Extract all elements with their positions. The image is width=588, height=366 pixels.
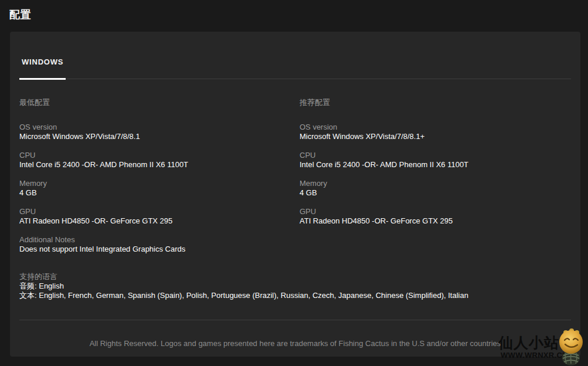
recommended-requirements-column: 推荐配置 OS version Microsoft Windows XP/Vis… [300, 98, 580, 263]
spec-value: Microsoft Windows XP/Vista/7/8/8.1+ [300, 132, 580, 141]
watermark-title: 仙人小站 [498, 333, 559, 353]
spec-label: Additional Notes [19, 235, 300, 245]
spec-value: Microsoft Windows XP/Vista/7/8/8.1 [19, 132, 300, 141]
spec-memory-min: Memory 4 GB [19, 179, 300, 198]
spec-value: 4 GB [300, 188, 580, 198]
spec-os-rec: OS version Microsoft Windows XP/Vista/7/… [300, 123, 580, 141]
recommended-heading: 推荐配置 [300, 98, 580, 107]
audio-languages: 音频: English [19, 282, 571, 291]
minimum-requirements-column: 最低配置 OS version Microsoft Windows XP/Vis… [19, 98, 300, 263]
spec-value: Intel Core i5 2400 -OR- AMD Phenom II X6… [19, 160, 300, 170]
spec-label: OS version [19, 123, 300, 132]
spec-label: CPU [19, 151, 300, 160]
footer-divider [19, 320, 571, 320]
platform-tabs: WINDOWS [19, 56, 571, 79]
spec-gpu-min: GPU ATI Radeon HD4850 -OR- GeForce GTX 2… [19, 207, 300, 226]
spec-gpu-rec: GPU ATI Radeon HD4850 -OR- GeForce GTX 2… [300, 207, 580, 226]
spec-value: Does not support Intel Integrated Graphi… [19, 245, 300, 254]
spec-additional-notes: Additional Notes Does not support Intel … [19, 235, 300, 254]
supported-languages-section: 支持的语言 音频: English 文本: English, French, G… [19, 272, 571, 300]
spec-value: ATI Radeon HD4850 -OR- GeForce GTX 295 [19, 216, 300, 226]
spec-label: GPU [19, 207, 300, 216]
spec-value: Intel Core i5 2400 -OR- AMD Phenom II X6… [300, 160, 580, 170]
spec-label: Memory [300, 179, 580, 188]
minimum-heading: 最低配置 [19, 98, 300, 107]
spec-cpu-rec: CPU Intel Core i5 2400 -OR- AMD Phenom I… [300, 151, 580, 170]
spec-value: 4 GB [19, 188, 300, 198]
spec-label: CPU [300, 151, 580, 160]
site-watermark: 仙人小站 WWW.WRNXR.CN [497, 327, 588, 366]
cactus-plush-icon [555, 328, 588, 366]
spec-value: ATI Radeon HD4850 -OR- GeForce GTX 295 [300, 216, 580, 226]
requirements-columns: 最低配置 OS version Microsoft Windows XP/Vis… [19, 98, 571, 263]
spec-os-min: OS version Microsoft Windows XP/Vista/7/… [19, 123, 300, 141]
languages-heading: 支持的语言 [19, 272, 571, 282]
spec-label: OS version [300, 123, 580, 132]
copyright-text: All Rights Reserved. Logos and games pre… [19, 339, 571, 348]
spec-label: GPU [300, 207, 580, 216]
page-title: 配置 [9, 8, 31, 22]
spec-memory-rec: Memory 4 GB [300, 179, 580, 198]
tab-windows[interactable]: WINDOWS [22, 57, 63, 79]
spec-cpu-min: CPU Intel Core i5 2400 -OR- AMD Phenom I… [19, 151, 300, 170]
spec-label: Memory [19, 179, 300, 188]
text-languages: 文本: English, French, German, Spanish (Sp… [19, 291, 571, 300]
system-requirements-card: WINDOWS 最低配置 OS version Microsoft Window… [10, 32, 580, 357]
